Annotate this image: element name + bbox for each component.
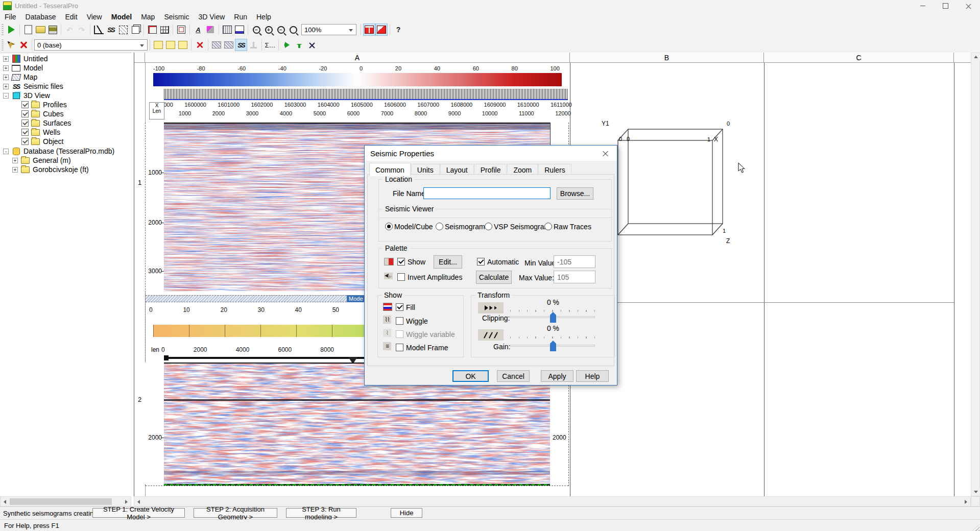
tree-item-seismic-files[interactable]: + SS Seismic files [3,82,63,91]
undo-button[interactable]: ↶ [63,23,76,36]
radio-vsp-seismogram[interactable] [485,223,492,230]
menu-model[interactable]: Model [107,12,136,21]
column-header-c[interactable]: C [764,53,954,63]
menu-map[interactable]: Map [136,12,159,21]
zoom-level-combo[interactable]: 100% [301,24,356,35]
table-palette-button[interactable] [233,23,246,36]
expander-icon[interactable]: + [12,167,18,173]
minimize-button[interactable] [911,0,934,11]
scroll-right-icon[interactable] [962,498,970,505]
row-header-1[interactable]: 1 [134,63,145,302]
expander-icon[interactable]: - [3,149,9,154]
column-header-b[interactable]: B [570,53,764,63]
3d-view-cube[interactable]: Y1 0 0 0 1 X 1 Z [597,116,751,249]
row-header-2[interactable]: 2 [134,302,145,496]
menu-database[interactable]: Database [21,12,61,21]
profile-editor-button[interactable] [92,23,105,36]
toolbar-grip[interactable] [2,39,4,51]
tree-item-surfaces[interactable]: Surfaces [21,118,71,128]
scroll-thumb[interactable] [10,498,112,505]
scroll-left-icon[interactable] [1,498,9,505]
tree-item-model[interactable]: + Model [3,63,43,73]
amplitude-colorbar[interactable] [153,73,562,86]
resize-grip[interactable] [972,524,979,531]
scroll-right-icon[interactable] [122,498,131,505]
zoom-page-button[interactable] [287,23,299,36]
add-region-button[interactable] [152,39,164,51]
edit-region-button[interactable] [164,39,177,51]
invert-amplitudes-checkbox[interactable] [397,273,405,281]
help-button[interactable]: Help [576,370,609,382]
ok-button[interactable]: OK [452,370,489,382]
expander-icon[interactable]: + [3,56,9,62]
tree-item-object[interactable]: Object [21,137,63,146]
fill-checkbox[interactable] [396,303,403,311]
menu-seismic[interactable]: Seismic [159,12,194,21]
anchor-button[interactable] [247,39,259,51]
menu-view[interactable]: View [82,12,107,21]
max-value-input[interactable] [554,271,595,283]
tree-item-profiles[interactable]: Profiles [21,100,67,109]
delete-cross-button[interactable] [17,39,30,51]
tree-item-database[interactable]: - Database (TesseralPro.mdb) [3,147,114,156]
map-polygon-button[interactable] [117,23,129,36]
hatch-style-2-button[interactable] [223,39,235,51]
tree-item-gorobcivskoje[interactable]: + Gorobcivskoje (ft) [12,165,89,174]
edit-palette-button[interactable]: Edit... [434,255,462,269]
pick-tool-button[interactable] [5,39,17,51]
open-folder-button[interactable] [34,23,46,36]
menu-3dview[interactable]: 3D View [194,12,229,21]
menu-help[interactable]: Help [252,12,276,21]
seismic-view-toggle[interactable]: SS [235,39,247,51]
maximize-button[interactable] [934,0,957,11]
apply-run-button[interactable] [281,39,293,51]
close-button[interactable] [957,0,980,11]
scroll-up-icon[interactable] [971,53,980,61]
tree-item-wells[interactable]: Wells [21,128,60,137]
tree-item-map[interactable]: + Map [3,73,37,82]
radio-raw-traces[interactable] [544,223,552,230]
visibility-checkbox[interactable] [21,119,29,127]
vertical-scrollbar[interactable] [971,53,980,496]
mode-strip-title[interactable]: Mode [347,295,366,302]
dialog-close-button[interactable] [597,148,613,158]
scroll-down-icon[interactable] [971,488,980,496]
scroll-left-icon[interactable] [134,498,143,505]
toolbar-grip[interactable] [2,24,4,35]
menu-edit[interactable]: Edit [61,12,82,21]
tree-item-cubes[interactable]: Cubes [21,109,63,118]
tree-item-3d-view[interactable]: - 3D View [3,91,50,100]
grid-layout-button[interactable] [158,23,171,36]
visibility-checkbox[interactable] [21,129,29,136]
dialog-titlebar[interactable]: Seismic Properties [365,146,617,161]
apply-button[interactable]: Apply [541,370,573,382]
step2-button[interactable]: STEP 2: Acquisition Geometry > [194,508,277,518]
raise-object-button[interactable] [293,39,305,51]
table-hatch-button[interactable] [221,23,233,36]
titlebar[interactable]: Untitled - TesseralPro [0,0,980,11]
run-button[interactable] [5,23,17,36]
frame-layout-button[interactable] [146,23,158,36]
sum-filter-button[interactable]: Σ… [264,39,276,51]
step3-button[interactable]: STEP 3: Run modeling > [286,508,356,518]
step1-button[interactable]: STEP 1: Create Velocity Model > [92,508,185,518]
tile-vertical-button[interactable] [363,23,375,36]
move-region-button[interactable] [177,39,189,51]
view-3d-button[interactable] [129,23,141,36]
context-help-button[interactable]: ? [392,23,404,36]
hide-button[interactable]: Hide [391,508,422,518]
delete-region-button[interactable] [194,39,206,51]
menu-run[interactable]: Run [229,12,252,21]
surface-marker-square[interactable] [164,355,169,360]
file-name-input[interactable] [423,187,551,199]
zoom-out-button[interactable]: − [275,23,287,36]
tree-item-untitled[interactable]: + Untitled [3,54,47,63]
text-annotation-button[interactable]: A [192,23,204,36]
cancel-button[interactable]: Cancel [497,370,530,382]
seismogram-view-button[interactable]: SS [105,23,117,36]
wiggle-checkbox[interactable] [396,317,403,325]
column-header-a[interactable]: A [145,53,570,63]
visibility-checkbox[interactable] [21,110,29,117]
save-button[interactable] [46,23,59,36]
clear-cross-button[interactable] [305,39,318,51]
